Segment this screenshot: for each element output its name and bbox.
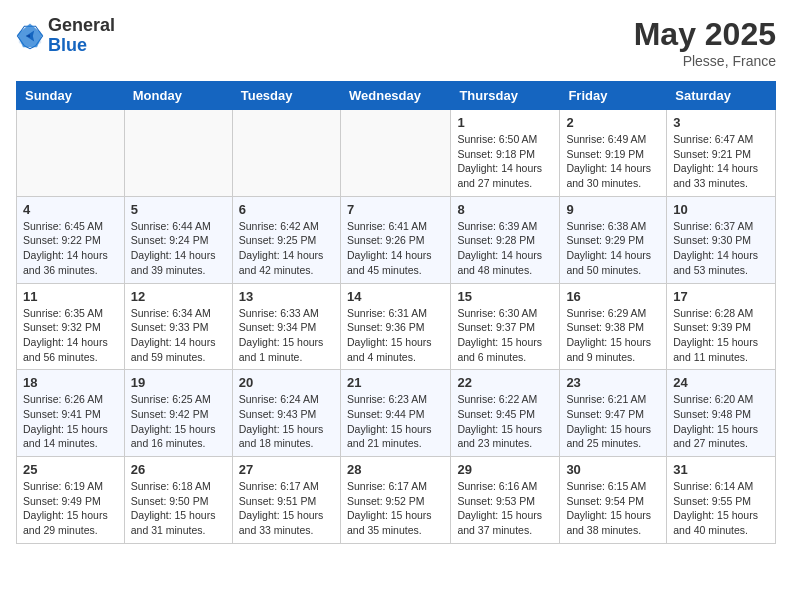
day-info: Sunrise: 6:28 AM Sunset: 9:39 PM Dayligh… (673, 306, 769, 365)
day-number: 10 (673, 202, 769, 217)
day-number: 11 (23, 289, 118, 304)
calendar-day-cell: 12Sunrise: 6:34 AM Sunset: 9:33 PM Dayli… (124, 283, 232, 370)
day-info: Sunrise: 6:18 AM Sunset: 9:50 PM Dayligh… (131, 479, 226, 538)
calendar-day-cell: 29Sunrise: 6:16 AM Sunset: 9:53 PM Dayli… (451, 457, 560, 544)
page-header: General Blue May 2025 Plesse, France (16, 16, 776, 69)
day-info: Sunrise: 6:25 AM Sunset: 9:42 PM Dayligh… (131, 392, 226, 451)
calendar-day-cell: 19Sunrise: 6:25 AM Sunset: 9:42 PM Dayli… (124, 370, 232, 457)
calendar-day-cell: 27Sunrise: 6:17 AM Sunset: 9:51 PM Dayli… (232, 457, 340, 544)
day-info: Sunrise: 6:38 AM Sunset: 9:29 PM Dayligh… (566, 219, 660, 278)
day-info: Sunrise: 6:19 AM Sunset: 9:49 PM Dayligh… (23, 479, 118, 538)
day-number: 16 (566, 289, 660, 304)
day-info: Sunrise: 6:31 AM Sunset: 9:36 PM Dayligh… (347, 306, 444, 365)
day-of-week-header: Tuesday (232, 82, 340, 110)
day-number: 3 (673, 115, 769, 130)
day-info: Sunrise: 6:14 AM Sunset: 9:55 PM Dayligh… (673, 479, 769, 538)
logo-icon (16, 22, 44, 50)
day-number: 30 (566, 462, 660, 477)
day-info: Sunrise: 6:21 AM Sunset: 9:47 PM Dayligh… (566, 392, 660, 451)
calendar-day-cell: 10Sunrise: 6:37 AM Sunset: 9:30 PM Dayli… (667, 196, 776, 283)
day-number: 18 (23, 375, 118, 390)
calendar-day-cell: 18Sunrise: 6:26 AM Sunset: 9:41 PM Dayli… (17, 370, 125, 457)
day-number: 5 (131, 202, 226, 217)
day-info: Sunrise: 6:22 AM Sunset: 9:45 PM Dayligh… (457, 392, 553, 451)
day-number: 23 (566, 375, 660, 390)
location-subtitle: Plesse, France (634, 53, 776, 69)
calendar-table: SundayMondayTuesdayWednesdayThursdayFrid… (16, 81, 776, 544)
logo-general-text: General (48, 16, 115, 36)
day-number: 21 (347, 375, 444, 390)
calendar-week-row: 1Sunrise: 6:50 AM Sunset: 9:18 PM Daylig… (17, 110, 776, 197)
day-info: Sunrise: 6:41 AM Sunset: 9:26 PM Dayligh… (347, 219, 444, 278)
day-number: 9 (566, 202, 660, 217)
calendar-day-cell: 9Sunrise: 6:38 AM Sunset: 9:29 PM Daylig… (560, 196, 667, 283)
day-number: 20 (239, 375, 334, 390)
day-number: 12 (131, 289, 226, 304)
day-number: 2 (566, 115, 660, 130)
calendar-day-cell: 2Sunrise: 6:49 AM Sunset: 9:19 PM Daylig… (560, 110, 667, 197)
day-info: Sunrise: 6:29 AM Sunset: 9:38 PM Dayligh… (566, 306, 660, 365)
day-info: Sunrise: 6:15 AM Sunset: 9:54 PM Dayligh… (566, 479, 660, 538)
calendar-day-cell: 30Sunrise: 6:15 AM Sunset: 9:54 PM Dayli… (560, 457, 667, 544)
day-info: Sunrise: 6:24 AM Sunset: 9:43 PM Dayligh… (239, 392, 334, 451)
calendar-day-cell: 20Sunrise: 6:24 AM Sunset: 9:43 PM Dayli… (232, 370, 340, 457)
day-number: 28 (347, 462, 444, 477)
logo: General Blue (16, 16, 115, 56)
day-info: Sunrise: 6:35 AM Sunset: 9:32 PM Dayligh… (23, 306, 118, 365)
calendar-day-cell: 11Sunrise: 6:35 AM Sunset: 9:32 PM Dayli… (17, 283, 125, 370)
day-info: Sunrise: 6:20 AM Sunset: 9:48 PM Dayligh… (673, 392, 769, 451)
calendar-week-row: 25Sunrise: 6:19 AM Sunset: 9:49 PM Dayli… (17, 457, 776, 544)
day-number: 7 (347, 202, 444, 217)
day-info: Sunrise: 6:44 AM Sunset: 9:24 PM Dayligh… (131, 219, 226, 278)
calendar-day-cell: 21Sunrise: 6:23 AM Sunset: 9:44 PM Dayli… (340, 370, 450, 457)
calendar-day-cell: 13Sunrise: 6:33 AM Sunset: 9:34 PM Dayli… (232, 283, 340, 370)
day-info: Sunrise: 6:30 AM Sunset: 9:37 PM Dayligh… (457, 306, 553, 365)
day-number: 25 (23, 462, 118, 477)
day-of-week-header: Sunday (17, 82, 125, 110)
calendar-day-cell: 1Sunrise: 6:50 AM Sunset: 9:18 PM Daylig… (451, 110, 560, 197)
calendar-day-cell: 8Sunrise: 6:39 AM Sunset: 9:28 PM Daylig… (451, 196, 560, 283)
calendar-day-cell: 28Sunrise: 6:17 AM Sunset: 9:52 PM Dayli… (340, 457, 450, 544)
day-number: 6 (239, 202, 334, 217)
day-info: Sunrise: 6:16 AM Sunset: 9:53 PM Dayligh… (457, 479, 553, 538)
calendar-day-cell: 26Sunrise: 6:18 AM Sunset: 9:50 PM Dayli… (124, 457, 232, 544)
calendar-day-cell: 4Sunrise: 6:45 AM Sunset: 9:22 PM Daylig… (17, 196, 125, 283)
day-info: Sunrise: 6:17 AM Sunset: 9:51 PM Dayligh… (239, 479, 334, 538)
day-info: Sunrise: 6:37 AM Sunset: 9:30 PM Dayligh… (673, 219, 769, 278)
day-info: Sunrise: 6:49 AM Sunset: 9:19 PM Dayligh… (566, 132, 660, 191)
logo-text: General Blue (48, 16, 115, 56)
day-info: Sunrise: 6:34 AM Sunset: 9:33 PM Dayligh… (131, 306, 226, 365)
day-number: 31 (673, 462, 769, 477)
day-info: Sunrise: 6:47 AM Sunset: 9:21 PM Dayligh… (673, 132, 769, 191)
calendar-day-cell (17, 110, 125, 197)
calendar-day-cell (232, 110, 340, 197)
day-number: 26 (131, 462, 226, 477)
day-number: 29 (457, 462, 553, 477)
day-info: Sunrise: 6:50 AM Sunset: 9:18 PM Dayligh… (457, 132, 553, 191)
calendar-week-row: 11Sunrise: 6:35 AM Sunset: 9:32 PM Dayli… (17, 283, 776, 370)
day-number: 27 (239, 462, 334, 477)
day-number: 17 (673, 289, 769, 304)
logo-blue-text: Blue (48, 36, 115, 56)
day-info: Sunrise: 6:45 AM Sunset: 9:22 PM Dayligh… (23, 219, 118, 278)
day-info: Sunrise: 6:33 AM Sunset: 9:34 PM Dayligh… (239, 306, 334, 365)
calendar-day-cell: 24Sunrise: 6:20 AM Sunset: 9:48 PM Dayli… (667, 370, 776, 457)
day-of-week-header: Thursday (451, 82, 560, 110)
calendar-day-cell: 23Sunrise: 6:21 AM Sunset: 9:47 PM Dayli… (560, 370, 667, 457)
day-info: Sunrise: 6:39 AM Sunset: 9:28 PM Dayligh… (457, 219, 553, 278)
calendar-day-cell: 7Sunrise: 6:41 AM Sunset: 9:26 PM Daylig… (340, 196, 450, 283)
calendar-day-cell: 17Sunrise: 6:28 AM Sunset: 9:39 PM Dayli… (667, 283, 776, 370)
title-block: May 2025 Plesse, France (634, 16, 776, 69)
calendar-week-row: 4Sunrise: 6:45 AM Sunset: 9:22 PM Daylig… (17, 196, 776, 283)
calendar-day-cell: 3Sunrise: 6:47 AM Sunset: 9:21 PM Daylig… (667, 110, 776, 197)
day-number: 1 (457, 115, 553, 130)
day-info: Sunrise: 6:26 AM Sunset: 9:41 PM Dayligh… (23, 392, 118, 451)
calendar-day-cell: 6Sunrise: 6:42 AM Sunset: 9:25 PM Daylig… (232, 196, 340, 283)
day-number: 13 (239, 289, 334, 304)
day-info: Sunrise: 6:23 AM Sunset: 9:44 PM Dayligh… (347, 392, 444, 451)
day-of-week-header: Saturday (667, 82, 776, 110)
calendar-day-cell: 25Sunrise: 6:19 AM Sunset: 9:49 PM Dayli… (17, 457, 125, 544)
day-info: Sunrise: 6:42 AM Sunset: 9:25 PM Dayligh… (239, 219, 334, 278)
day-number: 19 (131, 375, 226, 390)
calendar-day-cell: 5Sunrise: 6:44 AM Sunset: 9:24 PM Daylig… (124, 196, 232, 283)
